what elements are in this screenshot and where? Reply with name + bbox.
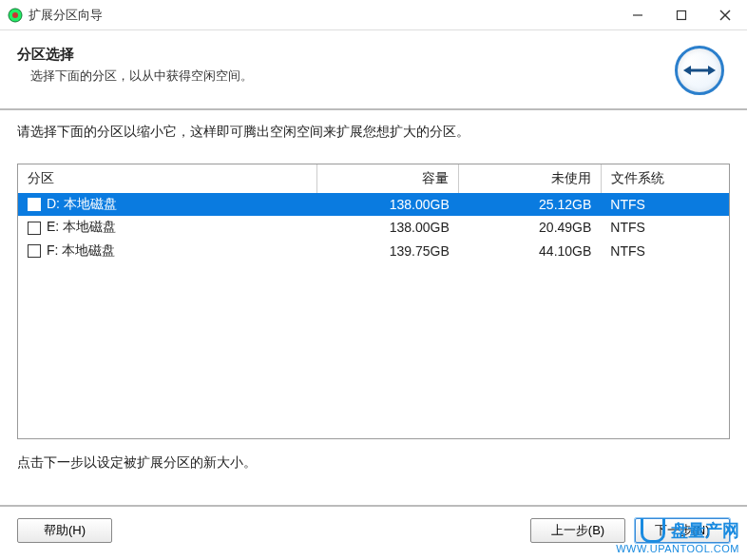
partition-fs: NTFS (601, 193, 729, 216)
close-button[interactable] (703, 0, 747, 30)
row-checkbox[interactable] (28, 244, 41, 258)
maximize-button[interactable] (660, 0, 703, 30)
app-icon (8, 8, 23, 23)
partition-capacity: 139.75GB (316, 240, 459, 262)
close-icon (719, 10, 731, 21)
maximize-icon (676, 10, 687, 21)
row-checkbox[interactable] (28, 222, 41, 235)
svg-marker-7 (683, 66, 691, 75)
next-button[interactable]: 下一步(N) (635, 518, 730, 543)
help-button[interactable]: 帮助(H) (17, 518, 112, 543)
col-header-capacity[interactable]: 容量 (316, 164, 459, 193)
page-subheading: 选择下面的分区，以从中获得空闲空间。 (17, 68, 253, 85)
back-button[interactable]: 上一步(B) (530, 518, 625, 543)
partition-fs: NTFS (601, 216, 729, 239)
titlebar: 扩展分区向导 (0, 0, 747, 30)
partition-name: E: 本地磁盘 (47, 220, 116, 235)
window-controls (616, 0, 747, 30)
col-header-partition[interactable]: 分区 (18, 164, 316, 193)
partition-table: 分区 容量 未使用 文件系统 D: 本地磁盘138.00GB25.12GBNTF… (18, 164, 729, 262)
minimize-icon (632, 10, 643, 21)
table-row[interactable]: E: 本地磁盘138.00GB20.49GBNTFS (18, 216, 729, 239)
partition-name: D: 本地磁盘 (47, 196, 117, 211)
expand-arrow-icon (675, 46, 724, 95)
wizard-footer: 帮助(H) 上一步(B) 下一步(N) (0, 505, 747, 560)
table-row[interactable]: F: 本地磁盘139.75GB44.10GBNTFS (18, 240, 729, 262)
partition-capacity: 138.00GB (316, 193, 459, 216)
instruction-text: 请选择下面的分区以缩小它，这样即可腾出空闲空间来扩展您想扩大的分区。 (0, 110, 747, 150)
partition-unused: 25.12GB (459, 193, 602, 216)
table-header-row: 分区 容量 未使用 文件系统 (18, 164, 729, 193)
partition-capacity: 138.00GB (316, 216, 459, 239)
page-heading: 分区选择 (17, 46, 253, 64)
partition-table-container[interactable]: 分区 容量 未使用 文件系统 D: 本地磁盘138.00GB25.12GBNTF… (17, 164, 730, 439)
col-header-unused[interactable]: 未使用 (459, 164, 602, 193)
svg-marker-8 (708, 66, 716, 75)
col-header-fs[interactable]: 文件系统 (601, 164, 729, 193)
partition-name: F: 本地磁盘 (47, 242, 115, 258)
row-checkbox[interactable] (28, 198, 41, 211)
partition-unused: 20.49GB (459, 216, 602, 239)
partition-unused: 44.10GB (459, 240, 602, 262)
table-row[interactable]: D: 本地磁盘138.00GB25.12GBNTFS (18, 193, 729, 216)
minimize-button[interactable] (616, 0, 660, 30)
wizard-header: 分区选择 选择下面的分区，以从中获得空闲空间。 (0, 30, 747, 110)
svg-point-1 (12, 12, 18, 18)
svg-rect-3 (678, 10, 686, 19)
header-icon (675, 46, 724, 95)
window-title: 扩展分区向导 (29, 7, 616, 24)
hint-text: 点击下一步以设定被扩展分区的新大小。 (17, 454, 257, 472)
partition-fs: NTFS (601, 240, 729, 262)
